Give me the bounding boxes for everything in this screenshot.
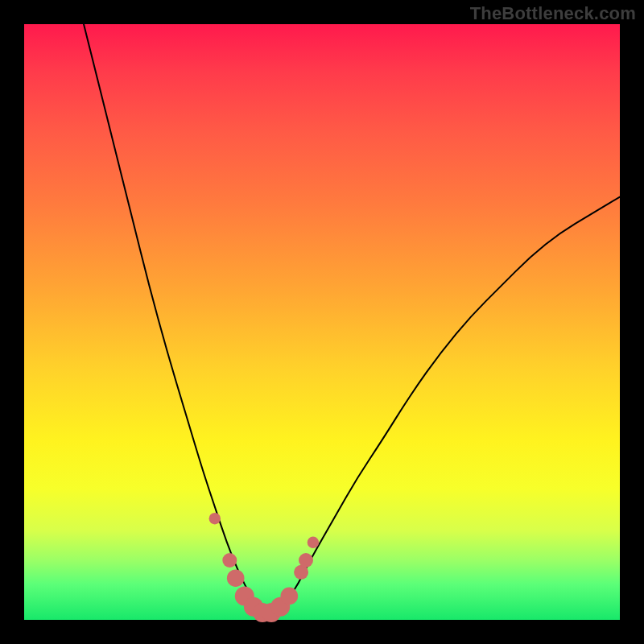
optimal-markers <box>209 513 319 622</box>
optimal-marker <box>209 513 221 524</box>
chart-frame: TheBottleneck.com <box>0 0 644 644</box>
plot-area <box>24 24 620 620</box>
optimal-marker <box>308 537 319 548</box>
optimal-marker <box>281 588 299 605</box>
watermark-text: TheBottleneck.com <box>470 3 636 24</box>
optimal-marker <box>299 553 313 568</box>
bottleneck-curve <box>84 24 620 614</box>
optimal-marker <box>227 569 245 587</box>
optimal-marker <box>222 553 237 568</box>
bottleneck-curve-svg <box>24 24 620 620</box>
